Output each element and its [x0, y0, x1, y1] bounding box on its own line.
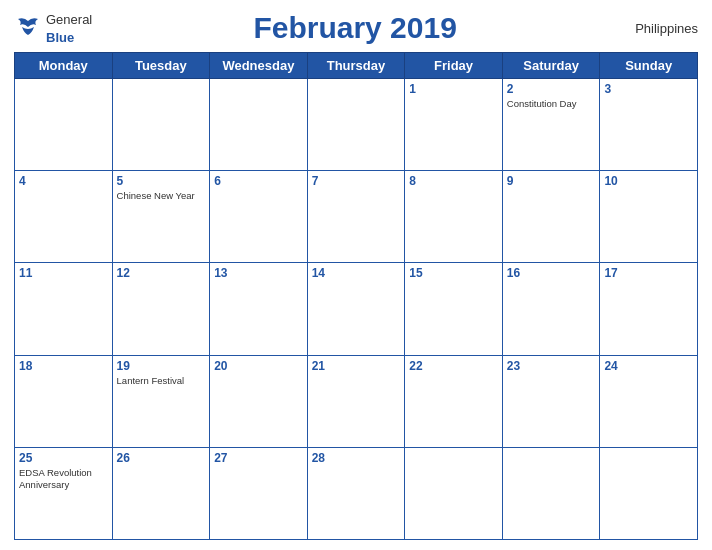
event-label: Constitution Day — [507, 98, 596, 110]
calendar-cell: 26 — [112, 447, 210, 539]
calendar-cell: 23 — [502, 355, 600, 447]
day-number: 16 — [507, 266, 596, 280]
calendar-cell: 27 — [210, 447, 308, 539]
calendar-cell — [112, 79, 210, 171]
calendar-cell: 10 — [600, 171, 698, 263]
day-number: 8 — [409, 174, 498, 188]
calendar-cell — [405, 447, 503, 539]
calendar-cell — [307, 79, 405, 171]
calendar-cell: 25EDSA Revolution Anniversary — [15, 447, 113, 539]
calendar-title: February 2019 — [92, 11, 618, 45]
calendar-cell: 14 — [307, 263, 405, 355]
day-number: 26 — [117, 451, 206, 465]
day-number: 1 — [409, 82, 498, 96]
calendar-cell: 8 — [405, 171, 503, 263]
calendar-cell: 13 — [210, 263, 308, 355]
calendar-cell — [15, 79, 113, 171]
logo-text: General Blue — [46, 10, 92, 46]
calendar-week-row: 11121314151617 — [15, 263, 698, 355]
day-number: 27 — [214, 451, 303, 465]
header-sunday: Sunday — [600, 53, 698, 79]
day-number: 2 — [507, 82, 596, 96]
calendar-cell: 17 — [600, 263, 698, 355]
calendar-cell: 5Chinese New Year — [112, 171, 210, 263]
header-wednesday: Wednesday — [210, 53, 308, 79]
day-number: 12 — [117, 266, 206, 280]
day-number: 22 — [409, 359, 498, 373]
calendar-grid: Monday Tuesday Wednesday Thursday Friday… — [14, 52, 698, 540]
header-monday: Monday — [15, 53, 113, 79]
day-number: 6 — [214, 174, 303, 188]
calendar-cell — [600, 447, 698, 539]
header-friday: Friday — [405, 53, 503, 79]
calendar-cell: 21 — [307, 355, 405, 447]
day-number: 23 — [507, 359, 596, 373]
weekday-header-row: Monday Tuesday Wednesday Thursday Friday… — [15, 53, 698, 79]
logo-blue: Blue — [46, 30, 74, 45]
event-label: Lantern Festival — [117, 375, 206, 387]
calendar-cell — [502, 447, 600, 539]
calendar-cell: 16 — [502, 263, 600, 355]
day-number: 7 — [312, 174, 401, 188]
day-number: 10 — [604, 174, 693, 188]
calendar-cell: 20 — [210, 355, 308, 447]
calendar-cell: 11 — [15, 263, 113, 355]
calendar-cell — [210, 79, 308, 171]
day-number: 19 — [117, 359, 206, 373]
calendar-cell: 12 — [112, 263, 210, 355]
day-number: 25 — [19, 451, 108, 465]
day-number: 11 — [19, 266, 108, 280]
logo-bird-icon — [14, 17, 42, 39]
calendar-week-row: 1819Lantern Festival2021222324 — [15, 355, 698, 447]
day-number: 28 — [312, 451, 401, 465]
calendar-page: General Blue February 2019 Philippines M… — [0, 0, 712, 550]
day-number: 20 — [214, 359, 303, 373]
calendar-cell: 18 — [15, 355, 113, 447]
calendar-cell: 22 — [405, 355, 503, 447]
header-tuesday: Tuesday — [112, 53, 210, 79]
calendar-cell: 15 — [405, 263, 503, 355]
calendar-cell: 3 — [600, 79, 698, 171]
event-label: EDSA Revolution Anniversary — [19, 467, 108, 492]
day-number: 14 — [312, 266, 401, 280]
day-number: 13 — [214, 266, 303, 280]
day-number: 18 — [19, 359, 108, 373]
calendar-cell: 2Constitution Day — [502, 79, 600, 171]
calendar-cell: 28 — [307, 447, 405, 539]
day-number: 5 — [117, 174, 206, 188]
calendar-header: General Blue February 2019 Philippines — [14, 10, 698, 46]
day-number: 21 — [312, 359, 401, 373]
calendar-week-row: 12Constitution Day3 — [15, 79, 698, 171]
calendar-week-row: 45Chinese New Year678910 — [15, 171, 698, 263]
day-number: 17 — [604, 266, 693, 280]
header-saturday: Saturday — [502, 53, 600, 79]
day-number: 4 — [19, 174, 108, 188]
calendar-cell: 9 — [502, 171, 600, 263]
logo-general: General — [46, 12, 92, 27]
calendar-cell: 1 — [405, 79, 503, 171]
day-number: 3 — [604, 82, 693, 96]
event-label: Chinese New Year — [117, 190, 206, 202]
day-number: 9 — [507, 174, 596, 188]
logo: General Blue — [14, 10, 92, 46]
calendar-cell: 6 — [210, 171, 308, 263]
calendar-cell: 24 — [600, 355, 698, 447]
day-number: 24 — [604, 359, 693, 373]
calendar-cell: 4 — [15, 171, 113, 263]
calendar-week-row: 25EDSA Revolution Anniversary262728 — [15, 447, 698, 539]
header-thursday: Thursday — [307, 53, 405, 79]
calendar-cell: 19Lantern Festival — [112, 355, 210, 447]
country-label: Philippines — [618, 21, 698, 36]
calendar-cell: 7 — [307, 171, 405, 263]
day-number: 15 — [409, 266, 498, 280]
